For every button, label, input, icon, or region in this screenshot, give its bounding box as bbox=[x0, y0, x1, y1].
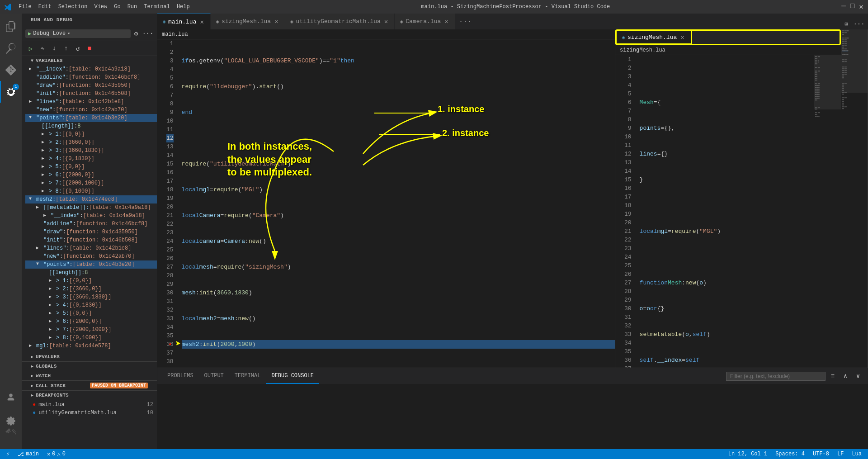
var-m2-p5[interactable]: ▶> 5: [{0,0}] bbox=[25, 309, 157, 317]
status-language[interactable]: Lua bbox=[850, 449, 863, 459]
var-lines[interactable]: ▶ "lines" : [table: 0x1c42b1e8] bbox=[25, 98, 157, 106]
status-encoding[interactable]: UTF-8 bbox=[811, 449, 831, 459]
tab-main-lua-close[interactable]: ✕ bbox=[199, 17, 204, 27]
maximize-button[interactable]: □ bbox=[850, 2, 855, 11]
menu-file[interactable]: File bbox=[19, 4, 32, 10]
variables-label: VARIABLES bbox=[36, 58, 62, 63]
tab-output[interactable]: OUTPUT bbox=[199, 368, 229, 384]
settings-icon[interactable] bbox=[0, 410, 22, 432]
globals-header[interactable]: ▶ GLOBALS bbox=[22, 362, 157, 371]
var-points[interactable]: ▼ "points" : [table: 0x1c4b3e20] bbox=[25, 114, 157, 122]
var-m2-points[interactable]: ▼ "points" : [table: 0x1c4b3e20] bbox=[25, 260, 157, 269]
tab-debug-console[interactable]: DEBUG CONSOLE bbox=[266, 368, 319, 384]
minimize-button[interactable]: ─ bbox=[841, 2, 846, 11]
var-m2-p7[interactable]: ▶> 7: [{2000,1000}] bbox=[25, 326, 157, 334]
var-new[interactable]: "new" : [function: 0x1c42ab70] bbox=[25, 106, 157, 114]
git-activity-icon[interactable] bbox=[0, 59, 22, 81]
tab-sizingmesh-close[interactable]: ✕ bbox=[274, 17, 279, 26]
debug-settings-button[interactable]: ⚙ bbox=[131, 28, 142, 39]
debug-filter-input[interactable] bbox=[726, 372, 826, 381]
var-p4[interactable]: ▶> 4: [{0,1830}] bbox=[25, 155, 157, 163]
tab-utility-close[interactable]: ✕ bbox=[383, 17, 389, 26]
status-debug-item[interactable]: ⚡ bbox=[5, 449, 11, 459]
more-editor-button[interactable]: ··· bbox=[854, 19, 864, 29]
menu-run[interactable]: Run bbox=[127, 4, 137, 10]
debug-more-button[interactable]: ··· bbox=[142, 28, 153, 39]
var-index[interactable]: ▶ "__index" : [table: 0x1c4a9a18] bbox=[25, 65, 157, 73]
var-p5[interactable]: ▶> 5: [{0,0}] bbox=[25, 163, 157, 171]
var-p1[interactable]: ▶> 1: [{0,0}] bbox=[25, 130, 157, 138]
breakpoints-header[interactable]: ▶ BREAKPOINTS bbox=[22, 391, 157, 400]
var-mesh2[interactable]: ▼ mesh2: [table: 0x1c474ec8] bbox=[25, 195, 157, 203]
restart-button[interactable]: ↺ bbox=[72, 43, 83, 54]
menu-terminal[interactable]: Terminal bbox=[144, 4, 170, 10]
bp-main[interactable]: ● main.lua 12 bbox=[33, 401, 153, 409]
variables-header[interactable]: ▼ VARIABLES bbox=[22, 56, 157, 65]
tab-camera-close[interactable]: ✕ bbox=[443, 17, 449, 26]
var-m2-lines[interactable]: ▶"lines": [table: 0x1c42b1e8] bbox=[25, 244, 157, 252]
panel-chevron-down[interactable]: ∨ bbox=[853, 371, 863, 382]
debug-activity-icon[interactable]: 1 bbox=[0, 81, 22, 103]
watch-header[interactable]: ▶ WATCH bbox=[22, 371, 157, 380]
var-m2-p4[interactable]: ▶> 4: [{0,1830}] bbox=[25, 301, 157, 309]
tab-problems[interactable]: PROBLEMS bbox=[162, 368, 199, 384]
var-m2-addline[interactable]: "addLine": [function: 0x1c46bcf8] bbox=[25, 220, 157, 228]
tab-sizingmesh[interactable]: ◉ sizingMesh.lua ✕ bbox=[211, 14, 285, 29]
menu-edit[interactable]: Edit bbox=[38, 4, 52, 10]
main-code-editor[interactable]: 12345 678910 1112131415 1617181920 21222… bbox=[157, 39, 615, 368]
tab-terminal[interactable]: TERMINAL bbox=[229, 368, 266, 384]
var-init[interactable]: "init" : [function: 0x1c46b508] bbox=[25, 90, 157, 98]
panel-chevron-up[interactable]: ∧ bbox=[840, 371, 851, 382]
right-code-lines: 12345 678910 1112131415 1617181920 21222… bbox=[615, 55, 814, 368]
var-m2-new[interactable]: "new": [function: 0x1c42ab70] bbox=[25, 252, 157, 260]
debug-config-dropdown[interactable]: ▶ Debug Love ▾ bbox=[25, 29, 131, 38]
var-m2-init[interactable]: "init": [function: 0x1c46b508] bbox=[25, 236, 157, 244]
upvalues-header[interactable]: ▶ UPVALUES bbox=[22, 352, 157, 361]
right-code-editor[interactable]: 12345 678910 1112131415 1617181920 21222… bbox=[615, 55, 814, 368]
account-icon[interactable] bbox=[0, 386, 22, 408]
menu-selection[interactable]: Selection bbox=[58, 4, 88, 10]
tab-main-lua[interactable]: ◉ main.lua ✕ bbox=[157, 14, 211, 29]
menu-go[interactable]: Go bbox=[114, 4, 120, 10]
status-errors[interactable]: ✕ 0 △ 0 bbox=[45, 449, 67, 459]
var-addline[interactable]: "addLine" : [function: 0x1c46bcf8] bbox=[25, 73, 157, 81]
status-line-ending[interactable]: LF bbox=[835, 449, 845, 459]
var-p3[interactable]: ▶> 3: [{3660,1830}] bbox=[25, 147, 157, 155]
stop-button[interactable]: ■ bbox=[84, 43, 95, 54]
var-p7[interactable]: ▶> 7: [{2000,1000}] bbox=[25, 179, 157, 187]
var-m2-p8[interactable]: ▶> 8: [{0,1000}] bbox=[25, 334, 157, 342]
status-line-col[interactable]: Ln 12, Col 1 bbox=[726, 449, 769, 459]
step-out-button[interactable]: ↑ bbox=[61, 43, 71, 54]
explorer-activity-icon[interactable] bbox=[0, 16, 22, 38]
tab-more-button[interactable]: ··· bbox=[455, 14, 476, 29]
var-p8[interactable]: ▶> 8: [{0,1000}] bbox=[25, 187, 157, 195]
tab-utility[interactable]: ◉ utilityGeomatricMath.lua ✕ bbox=[285, 14, 395, 29]
var-m2-draw[interactable]: "draw": [function: 0x1c435950] bbox=[25, 228, 157, 236]
split-editor-button[interactable]: ⊞ bbox=[841, 19, 852, 29]
step-into-button[interactable]: ↓ bbox=[49, 43, 60, 54]
var-mgl[interactable]: ▶mgl: [table: 0x1c44e578] bbox=[25, 342, 157, 350]
search-activity-icon[interactable] bbox=[0, 38, 22, 59]
continue-button[interactable]: ▷ bbox=[25, 43, 36, 54]
var-p6[interactable]: ▶> 6: [{2000,0}] bbox=[25, 171, 157, 179]
var-p2[interactable]: ▶> 2: [{3660,0}] bbox=[25, 138, 157, 147]
bp-utility[interactable]: ● utilityGeomatricMath.lua 10 bbox=[33, 409, 153, 417]
menu-view[interactable]: View bbox=[94, 4, 107, 10]
var-m2-p1[interactable]: ▶> 1: [{0,0}] bbox=[25, 277, 157, 285]
status-spaces[interactable]: Spaces: 4 bbox=[774, 449, 807, 459]
menu-help[interactable]: Help bbox=[177, 4, 190, 10]
status-branch[interactable]: ⎇ main bbox=[16, 449, 41, 459]
tab-sizingmesh-right[interactable]: ◉ sizingMesh.lua ✕ bbox=[615, 30, 692, 45]
step-over-button[interactable]: ↷ bbox=[37, 43, 48, 54]
var-m2-p2[interactable]: ▶> 2: [{3660,0}] bbox=[25, 285, 157, 293]
var-metatable[interactable]: ▶ [[metatable]]: [table: 0x1c4a9a18] bbox=[25, 203, 157, 212]
filter-settings-icon[interactable]: ≡ bbox=[827, 371, 838, 382]
var-draw[interactable]: "draw" : [function: 0x1c435950] bbox=[25, 81, 157, 90]
tab-camera[interactable]: ◉ Camera.lua ✕ bbox=[395, 14, 455, 29]
tab-sizingmesh-right-close[interactable]: ✕ bbox=[679, 33, 685, 42]
var-m2-p6[interactable]: ▶> 6: [{2000,0}] bbox=[25, 317, 157, 326]
close-button[interactable]: ✕ bbox=[859, 2, 863, 11]
var-m2-p3[interactable]: ▶> 3: [{3660,1830}] bbox=[25, 293, 157, 301]
var-m2-index[interactable]: ▶"__index": [table: 0x1c4a9a18] bbox=[25, 212, 157, 220]
callstack-header[interactable]: ▶ CALL STACK PAUSED ON BREAKPOINT bbox=[22, 381, 157, 390]
